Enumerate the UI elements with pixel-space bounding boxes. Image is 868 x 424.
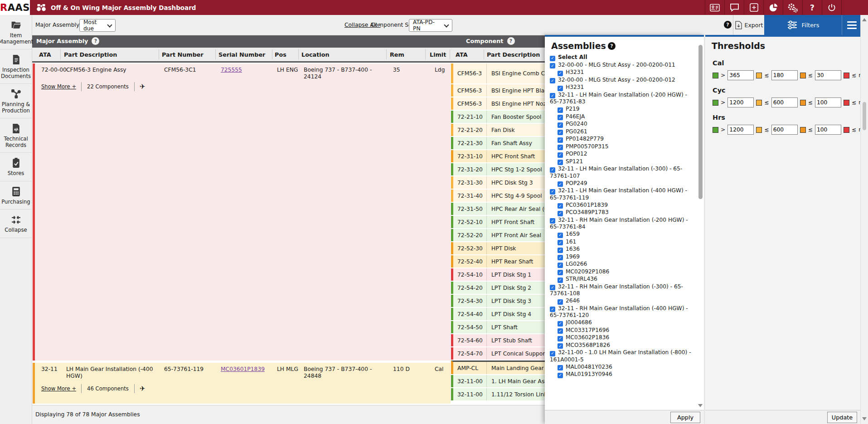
update-button[interactable]: Update bbox=[827, 412, 857, 423]
checkbox-checked[interactable] bbox=[558, 373, 563, 378]
component-help-icon[interactable]: ? bbox=[507, 37, 515, 45]
sidebar-item-purchasing[interactable]: Purchasing bbox=[0, 181, 32, 210]
pie-chart-icon[interactable] bbox=[763, 0, 783, 15]
checkbox-checked[interactable] bbox=[558, 299, 563, 305]
component-row[interactable]: 72-54-30LPT Disk Stg 3 bbox=[451, 295, 545, 307]
col-location[interactable]: Location bbox=[301, 51, 330, 58]
threshold-input[interactable] bbox=[815, 125, 841, 135]
component-row[interactable]: 72-31-40HPC Stg 4-9 Spool bbox=[451, 190, 545, 202]
threshold-input[interactable] bbox=[727, 97, 754, 107]
checkbox-checked[interactable] bbox=[550, 189, 555, 195]
component-row[interactable]: 72-54-70LPT Conical Support bbox=[451, 347, 545, 360]
assemblies-scroll-down-icon[interactable] bbox=[698, 404, 703, 407]
checkbox-checked[interactable] bbox=[558, 211, 563, 216]
checkbox-checked[interactable] bbox=[550, 167, 555, 173]
checkbox-checked[interactable] bbox=[558, 107, 563, 113]
col-component-part-description[interactable]: Part Description bbox=[487, 51, 540, 58]
airplane-icon[interactable] bbox=[140, 83, 145, 91]
checkbox-checked[interactable] bbox=[558, 152, 563, 158]
col-part-description[interactable]: Part Description bbox=[64, 51, 117, 58]
component-row[interactable]: 72-52-10HPT Front Shaft bbox=[451, 216, 545, 228]
checkbox-checked[interactable] bbox=[558, 145, 563, 150]
checkbox-checked[interactable] bbox=[558, 240, 563, 245]
checkbox-checked[interactable] bbox=[558, 263, 563, 268]
component-row[interactable]: 72-31-10HPC Front Shaft bbox=[451, 150, 545, 162]
component-row[interactable]: CFM56-3BSI Engine Comb Cham bbox=[451, 63, 545, 83]
checkbox-checked[interactable] bbox=[558, 328, 563, 334]
major-assembly-help-icon[interactable]: ? bbox=[92, 37, 99, 45]
checkbox-checked[interactable] bbox=[550, 93, 555, 98]
checkbox-checked[interactable] bbox=[558, 203, 563, 209]
col-limit[interactable]: Limit bbox=[430, 51, 446, 58]
component-row[interactable]: CFM56-3BSI Engine HPT Blades bbox=[451, 84, 545, 97]
checkbox-checked[interactable] bbox=[550, 285, 555, 290]
component-row[interactable]: 72-31-20HPC Stg 1-2 Spool bbox=[451, 163, 545, 175]
col-part-number[interactable]: Part Number bbox=[162, 51, 204, 58]
component-row[interactable]: CFM56-3BSI Engine HPT Nozzle bbox=[451, 97, 545, 110]
threshold-input[interactable] bbox=[815, 70, 841, 80]
scrollbar-thumb[interactable] bbox=[863, 102, 866, 130]
sidebar-item-inspection-documents[interactable]: Inspection Documents bbox=[0, 49, 32, 84]
component-row[interactable]: 72-54-10LPT Disk Stg 1 bbox=[451, 268, 545, 281]
threshold-input[interactable] bbox=[771, 97, 798, 107]
checkbox-checked[interactable] bbox=[558, 365, 563, 370]
checkbox-checked[interactable] bbox=[558, 122, 563, 128]
checkbox-checked[interactable] bbox=[550, 351, 555, 356]
component-row[interactable]: 72-54-40LPT Disk Stg 4 bbox=[451, 308, 545, 320]
checkbox-checked[interactable] bbox=[558, 343, 563, 349]
checkbox-checked[interactable] bbox=[550, 63, 555, 68]
component-row[interactable]: 72-52-40HPT Rear Shaft bbox=[451, 255, 545, 268]
component-row[interactable]: 72-54-20LPT Disk Stg 2 bbox=[451, 282, 545, 294]
major-assembly-row[interactable]: 72-00-00 CFM56-3 Engine Assy CFM56-3C1 7… bbox=[33, 63, 451, 361]
threshold-input[interactable] bbox=[771, 125, 798, 135]
checkbox-checked[interactable] bbox=[558, 270, 563, 275]
sidebar-item-collapse[interactable]: Collapse bbox=[0, 210, 32, 238]
checkbox-checked[interactable] bbox=[558, 86, 563, 91]
toolbar-help-icon[interactable]: ? bbox=[724, 21, 732, 29]
checkbox-checked[interactable] bbox=[558, 336, 563, 341]
power-icon[interactable] bbox=[822, 0, 842, 15]
checkbox-checked[interactable] bbox=[550, 307, 555, 312]
component-row[interactable]: 72-52-20HPT Front Air Seal bbox=[451, 229, 545, 241]
component-row[interactable]: 32-11-001. LH Main Gear Assy (- bbox=[451, 375, 545, 387]
checkbox-checked[interactable] bbox=[558, 248, 563, 253]
component-row[interactable]: AMP-CLMain Landing Gear Ove bbox=[451, 361, 545, 374]
sidebar-item-item-management[interactable]: Item Management bbox=[0, 15, 32, 49]
threshold-input[interactable] bbox=[815, 97, 841, 107]
component-row[interactable]: 72-54-60LPT Stub Shaft bbox=[451, 334, 545, 346]
checkbox-checked[interactable] bbox=[550, 218, 555, 224]
component-row[interactable]: 32-11-001.11/12 Torsion Link Pin bbox=[451, 388, 545, 400]
component-row[interactable]: 72-21-10Fan Booster Spool bbox=[451, 111, 545, 123]
component-row[interactable]: 72-31-30HPC Disk Stg 3 bbox=[451, 176, 545, 189]
show-more-link[interactable]: Show More + bbox=[41, 83, 81, 90]
id-card-icon[interactable] bbox=[705, 0, 724, 15]
add-icon[interactable] bbox=[744, 0, 763, 15]
serial-number-link[interactable]: MC03601P1839 bbox=[221, 366, 265, 372]
menu-icon[interactable] bbox=[842, 15, 861, 35]
sidebar-item-stores[interactable]: Stores bbox=[0, 153, 32, 181]
checkbox-checked[interactable] bbox=[558, 278, 563, 283]
assemblies-scrollbar-thumb[interactable] bbox=[698, 45, 703, 199]
filters-button[interactable]: Filters bbox=[764, 15, 842, 35]
component-row[interactable]: 72-54-50LPT Shaft bbox=[451, 321, 545, 333]
component-row[interactable]: 72-52-30HPT Disk bbox=[451, 242, 545, 254]
help-icon[interactable]: ? bbox=[802, 0, 822, 15]
col-ata[interactable]: ATA bbox=[39, 51, 51, 58]
main-scrollbar[interactable] bbox=[860, 15, 868, 424]
apply-button[interactable]: Apply bbox=[670, 412, 700, 423]
serial-number-link[interactable]: 725555 bbox=[221, 67, 242, 73]
component-sort-select[interactable]: ATA-PD-PN bbox=[409, 19, 452, 32]
threshold-input[interactable] bbox=[771, 70, 798, 80]
checkbox-checked[interactable] bbox=[558, 137, 563, 143]
checkbox-checked[interactable] bbox=[550, 56, 555, 61]
settings-gears-icon[interactable] bbox=[783, 0, 802, 15]
export-button[interactable]: Export bbox=[733, 15, 765, 35]
raas-logo[interactable]: RAAS bbox=[0, 0, 30, 15]
col-serial-number[interactable]: Serial Number bbox=[218, 51, 265, 58]
component-row[interactable]: 72-31-50HPC Rear Air Seal (CDP bbox=[451, 203, 545, 215]
scroll-down-icon[interactable] bbox=[862, 417, 867, 420]
scroll-up-icon[interactable] bbox=[862, 18, 867, 21]
threshold-input[interactable] bbox=[727, 70, 754, 80]
assemblies-help-icon[interactable]: ? bbox=[608, 42, 616, 50]
checkbox-checked[interactable] bbox=[558, 115, 563, 120]
